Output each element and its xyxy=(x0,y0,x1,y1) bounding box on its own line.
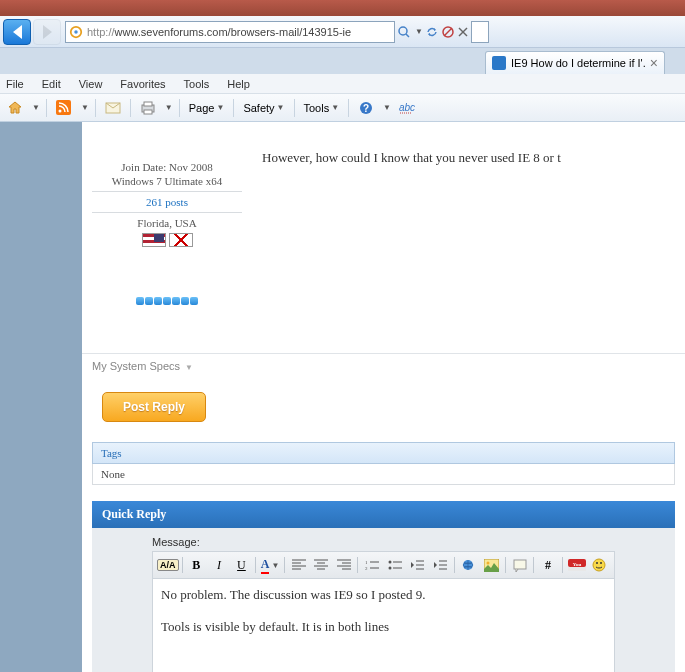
image-icon[interactable] xyxy=(480,555,502,575)
code-button[interactable]: # xyxy=(537,555,559,575)
menu-view[interactable]: View xyxy=(79,78,103,90)
dropdown-icon[interactable]: ▼ xyxy=(165,103,173,112)
close-icon[interactable] xyxy=(457,26,469,38)
arrow-right-icon xyxy=(43,25,52,39)
menu-file[interactable]: File xyxy=(6,78,24,90)
svg-point-2 xyxy=(399,27,407,35)
align-center-icon[interactable] xyxy=(310,555,332,575)
forward-button xyxy=(33,19,61,45)
search-box[interactable] xyxy=(471,21,489,43)
post-count[interactable]: 261 posts xyxy=(82,195,252,209)
svg-rect-12 xyxy=(144,102,152,106)
message-textarea[interactable] xyxy=(152,579,615,672)
tab-strip: IE9 How do I determine if I'... × xyxy=(0,48,685,74)
menu-bar: File Edit View Favorites Tools Help xyxy=(0,74,685,94)
page-margin xyxy=(0,122,82,672)
cmd-page[interactable]: Page▼ xyxy=(186,102,228,114)
arrow-left-icon xyxy=(13,25,22,39)
font-color-button[interactable]: A▼ xyxy=(259,555,281,575)
post-text: However, how could I know that you never… xyxy=(262,150,685,166)
spellcheck-icon[interactable]: abc xyxy=(395,97,417,119)
cmd-safety[interactable]: Safety▼ xyxy=(240,102,287,114)
dropdown-icon[interactable]: ▼ xyxy=(32,103,40,112)
svg-point-46 xyxy=(486,561,489,564)
tab-close-icon[interactable]: × xyxy=(650,55,658,71)
cmd-tools[interactable]: Tools▼ xyxy=(301,102,343,114)
url-text: http://www.sevenforums.com/browsers-mail… xyxy=(87,26,351,38)
outdent-icon[interactable] xyxy=(407,555,429,575)
address-bar[interactable]: http://www.sevenforums.com/browsers-mail… xyxy=(65,21,395,43)
dropdown-icon[interactable]: ▼ xyxy=(383,103,391,112)
svg-point-34 xyxy=(388,567,391,570)
compass-icon xyxy=(69,25,83,39)
home-icon[interactable] xyxy=(4,97,26,119)
tags-section: Tags None xyxy=(92,442,675,485)
svg-rect-13 xyxy=(144,110,152,114)
link-icon[interactable] xyxy=(458,555,480,575)
user-location: Florida, USA xyxy=(82,216,252,230)
rss-icon[interactable] xyxy=(53,97,75,119)
svg-point-53 xyxy=(600,562,602,564)
tags-body: None xyxy=(92,464,675,485)
flag-florida-icon xyxy=(169,233,193,247)
smiley-icon[interactable] xyxy=(588,555,610,575)
quote-icon[interactable] xyxy=(509,555,531,575)
menu-edit[interactable]: Edit xyxy=(42,78,61,90)
svg-rect-50 xyxy=(568,567,586,571)
svg-rect-47 xyxy=(514,560,526,569)
underline-button[interactable]: U xyxy=(231,555,253,575)
back-button[interactable] xyxy=(3,19,31,45)
svg-text:?: ? xyxy=(363,103,369,114)
menu-help[interactable]: Help xyxy=(227,78,250,90)
page-content: Join Date: Nov 2008 Windows 7 Ultimate x… xyxy=(82,122,685,672)
indent-icon[interactable] xyxy=(429,555,451,575)
quick-reply-header: Quick Reply xyxy=(92,501,675,528)
post-body: However, how could I know that you never… xyxy=(262,122,685,176)
window-titlebar xyxy=(0,0,685,16)
svg-text:abc: abc xyxy=(399,102,415,113)
unordered-list-icon[interactable] xyxy=(384,555,406,575)
ordered-list-icon[interactable]: 12 xyxy=(361,555,383,575)
editor-switch-mode[interactable]: A/A xyxy=(157,555,179,575)
print-icon[interactable] xyxy=(137,97,159,119)
tags-header: Tags xyxy=(92,442,675,464)
youtube-icon[interactable]: You xyxy=(566,555,588,575)
editor-toolbar: A/A B I U A▼ 12 xyxy=(152,551,615,579)
reputation-bar xyxy=(82,297,252,305)
align-left-icon[interactable] xyxy=(288,555,310,575)
svg-line-5 xyxy=(444,28,452,36)
svg-text:You: You xyxy=(572,562,581,567)
post-reply-button[interactable]: Post Reply xyxy=(102,392,206,422)
dropdown-icon[interactable]: ▼ xyxy=(81,103,89,112)
help-icon[interactable]: ? xyxy=(355,97,377,119)
align-right-icon[interactable] xyxy=(333,555,355,575)
quick-reply-section: Quick Reply Message: A/A B I U A▼ 12 xyxy=(92,501,675,672)
svg-point-51 xyxy=(593,559,605,571)
svg-text:2: 2 xyxy=(365,566,368,571)
user-os: Windows 7 Ultimate x64 xyxy=(82,174,252,188)
command-bar: ▼ ▼ ▼ Page▼ Safety▼ Tools▼ ? ▼ abc xyxy=(0,94,685,122)
mail-icon[interactable] xyxy=(102,97,124,119)
stop-icon[interactable] xyxy=(441,25,455,39)
refresh-icon[interactable] xyxy=(425,25,439,39)
message-label: Message: xyxy=(152,536,615,548)
join-date: Join Date: Nov 2008 xyxy=(82,160,252,174)
browser-tab[interactable]: IE9 How do I determine if I'... × xyxy=(485,51,665,74)
menu-favorites[interactable]: Favorites xyxy=(120,78,165,90)
search-dropdown-icon[interactable] xyxy=(397,25,411,39)
user-info-block: Join Date: Nov 2008 Windows 7 Ultimate x… xyxy=(82,122,252,313)
svg-point-33 xyxy=(388,561,391,564)
flag-us-icon xyxy=(142,233,166,247)
svg-point-9 xyxy=(59,110,62,113)
favicon xyxy=(492,56,506,70)
svg-text:1: 1 xyxy=(365,560,368,565)
bold-button[interactable]: B xyxy=(186,555,208,575)
italic-button[interactable]: I xyxy=(208,555,230,575)
system-specs-toggle[interactable]: My System Specs ▼ xyxy=(82,353,685,378)
svg-line-3 xyxy=(406,34,409,37)
tab-title: IE9 How do I determine if I'... xyxy=(511,57,645,69)
svg-point-52 xyxy=(596,562,598,564)
menu-tools[interactable]: Tools xyxy=(184,78,210,90)
nav-toolbar: http://www.sevenforums.com/browsers-mail… xyxy=(0,16,685,48)
dropdown-icon[interactable]: ▼ xyxy=(415,27,423,36)
